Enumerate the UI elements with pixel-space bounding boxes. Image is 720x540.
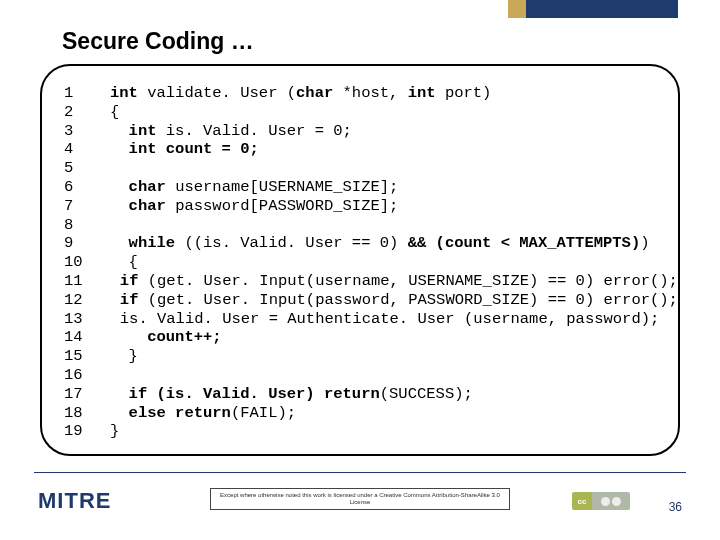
line-number: 14 xyxy=(64,328,110,347)
line-number: 7 xyxy=(64,197,110,216)
header-accent xyxy=(508,0,678,18)
code-text: int count = 0; xyxy=(110,140,656,159)
license-text: Except where otherwise noted this work i… xyxy=(210,488,510,510)
code-text: if (get. User. Input(username, USERNAME_… xyxy=(83,272,678,291)
code-line: 16 xyxy=(64,366,656,385)
code-line: 8 xyxy=(64,216,656,235)
line-number: 1 xyxy=(64,84,110,103)
line-number: 13 xyxy=(64,310,83,329)
code-line: 15 } xyxy=(64,347,656,366)
cc-license-badge: cc xyxy=(572,492,630,510)
line-number: 9 xyxy=(64,234,110,253)
code-line: 10 { xyxy=(64,253,656,272)
code-text: else return(FAIL); xyxy=(110,404,656,423)
code-text: if (is. Valid. User) return(SUCCESS); xyxy=(110,385,656,404)
cc-terms-icon xyxy=(592,492,630,510)
code-line: 6 char username[USERNAME_SIZE]; xyxy=(64,178,656,197)
line-number: 11 xyxy=(64,272,83,291)
line-number: 4 xyxy=(64,140,110,159)
code-text: count++; xyxy=(110,328,656,347)
code-line: 17 if (is. Valid. User) return(SUCCESS); xyxy=(64,385,656,404)
code-line: 5 xyxy=(64,159,656,178)
code-line: 12 if (get. User. Input(password, PASSWO… xyxy=(64,291,656,310)
code-text: char username[USERNAME_SIZE]; xyxy=(110,178,656,197)
line-number: 3 xyxy=(64,122,110,141)
code-text xyxy=(110,159,656,178)
code-text: int validate. User (char *host, int port… xyxy=(110,84,656,103)
line-number: 2 xyxy=(64,103,110,122)
code-text: char password[PASSWORD_SIZE]; xyxy=(110,197,656,216)
code-line: 11 if (get. User. Input(username, USERNA… xyxy=(64,272,656,291)
code-line: 18 else return(FAIL); xyxy=(64,404,656,423)
footer-rule xyxy=(34,472,686,473)
code-text: while ((is. Valid. User == 0) && (count … xyxy=(110,234,656,253)
accent-navy xyxy=(526,0,678,18)
accent-gold xyxy=(508,0,526,18)
line-number: 19 xyxy=(64,422,110,441)
line-number: 10 xyxy=(64,253,110,272)
code-text: } xyxy=(110,347,656,366)
code-text: } xyxy=(110,422,656,441)
code-text: int is. Valid. User = 0; xyxy=(110,122,656,141)
code-text: is. Valid. User = Authenticate. User (us… xyxy=(83,310,660,329)
line-number: 18 xyxy=(64,404,110,423)
code-line: 3 int is. Valid. User = 0; xyxy=(64,122,656,141)
line-number: 5 xyxy=(64,159,110,178)
code-text xyxy=(110,366,656,385)
line-number: 12 xyxy=(64,291,83,310)
code-line: 2{ xyxy=(64,103,656,122)
code-line: 7 char password[PASSWORD_SIZE]; xyxy=(64,197,656,216)
code-line: 14 count++; xyxy=(64,328,656,347)
page-number: 36 xyxy=(669,500,682,514)
line-number: 6 xyxy=(64,178,110,197)
code-text: { xyxy=(110,253,656,272)
line-number: 15 xyxy=(64,347,110,366)
code-line: 9 while ((is. Valid. User == 0) && (coun… xyxy=(64,234,656,253)
code-line: 1int validate. User (char *host, int por… xyxy=(64,84,656,103)
code-listing: 1int validate. User (char *host, int por… xyxy=(40,64,680,456)
mitre-logo: MITRE xyxy=(38,488,111,514)
code-text xyxy=(110,216,656,235)
slide-title: Secure Coding … xyxy=(62,28,254,55)
code-line: 19} xyxy=(64,422,656,441)
line-number: 16 xyxy=(64,366,110,385)
code-line: 13 is. Valid. User = Authenticate. User … xyxy=(64,310,656,329)
line-number: 17 xyxy=(64,385,110,404)
cc-icon: cc xyxy=(572,492,592,510)
line-number: 8 xyxy=(64,216,110,235)
code-text: { xyxy=(110,103,656,122)
code-text: if (get. User. Input(password, PASSWORD_… xyxy=(83,291,678,310)
code-line: 4 int count = 0; xyxy=(64,140,656,159)
